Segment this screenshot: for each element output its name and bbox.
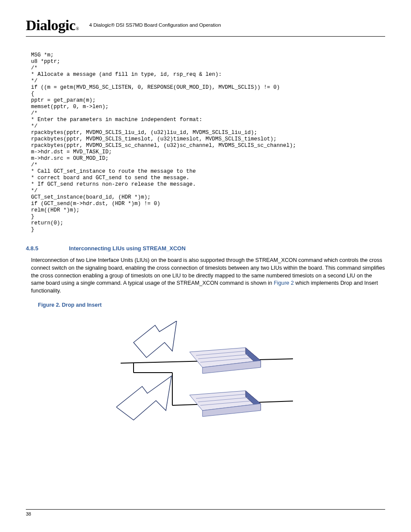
figure-drop-and-insert (116, 321, 297, 442)
section-title: Interconnecting LIUs using STREAM_XCON (69, 245, 186, 252)
dialogic-logo: Dialogic® (26, 17, 79, 34)
section-number: 4.8.5 (26, 245, 69, 252)
registered-mark: ® (76, 26, 79, 31)
board-bottom-icon (190, 391, 261, 417)
arrow-bottom-icon (116, 376, 171, 420)
section-heading: 4.8.5 Interconnecting LIUs using STREAM_… (26, 245, 385, 252)
page-footer: 38 (26, 509, 385, 516)
figure-link[interactable]: Figure 2 (274, 280, 294, 286)
arrow-top-icon (134, 321, 177, 358)
drop-insert-diagram (116, 321, 297, 442)
logo-text: Dialogic (26, 17, 75, 34)
page-header: Dialogic® 4 Dialogic® DSI SS7MD Board Co… (26, 17, 385, 37)
section-body: Interconnection of two Line Interface Un… (31, 257, 385, 295)
figure-caption: Figure 2. Drop and Insert (38, 302, 385, 308)
board-top-icon (190, 348, 261, 373)
running-title: 4 Dialogic® DSI SS7MD Board Configuratio… (89, 22, 221, 28)
code-listing: MSG *m; u8 *pptr; /* * Allocate a messag… (31, 52, 385, 233)
page-number: 38 (26, 511, 31, 516)
